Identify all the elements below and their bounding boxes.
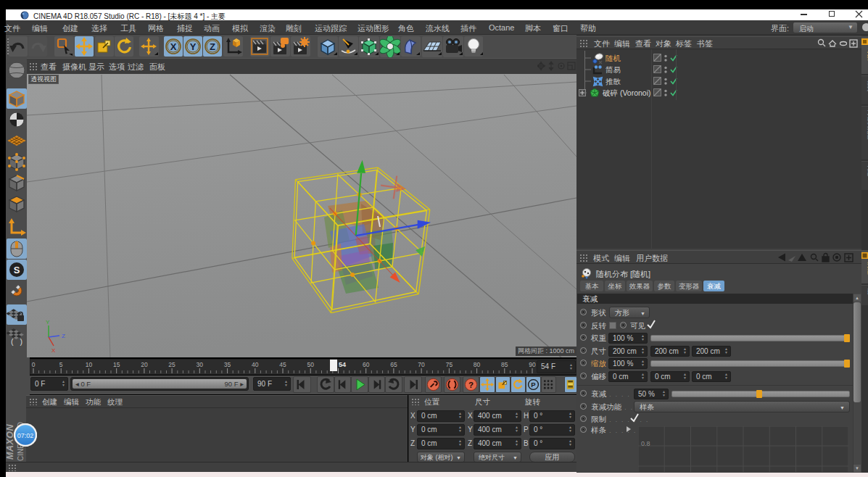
svg-text:P: P [531, 381, 536, 389]
svg-text:65: 65 [390, 361, 397, 368]
svg-text:80: 80 [474, 361, 481, 368]
svg-text:70: 70 [418, 361, 425, 368]
svg-text:90: 90 [529, 361, 536, 368]
svg-text:25: 25 [168, 361, 175, 368]
svg-text:Z: Z [210, 41, 215, 52]
svg-text:20: 20 [141, 361, 148, 368]
svg-text:5: 5 [59, 361, 63, 368]
svg-text:85: 85 [501, 361, 508, 368]
svg-text:15: 15 [113, 361, 120, 368]
svg-text:45: 45 [279, 361, 286, 368]
svg-text:0: 0 [32, 361, 36, 368]
svg-text:50: 50 [307, 361, 314, 368]
svg-text:Z: Z [62, 333, 65, 339]
svg-text:S: S [14, 265, 20, 275]
svg-text:30: 30 [197, 361, 204, 368]
svg-text:X: X [170, 41, 177, 52]
svg-text:35: 35 [224, 361, 231, 368]
svg-text:?: ? [468, 381, 474, 389]
svg-text:60: 60 [363, 361, 370, 368]
svg-text:X: X [51, 347, 56, 354]
svg-text:10: 10 [86, 361, 93, 368]
svg-text:Y: Y [46, 319, 50, 325]
svg-text:40: 40 [252, 361, 259, 368]
svg-text:( ): ( ) [10, 339, 23, 346]
svg-text:07:02: 07:02 [17, 432, 34, 439]
svg-text:75: 75 [446, 361, 453, 368]
svg-text:Y: Y [190, 41, 197, 52]
